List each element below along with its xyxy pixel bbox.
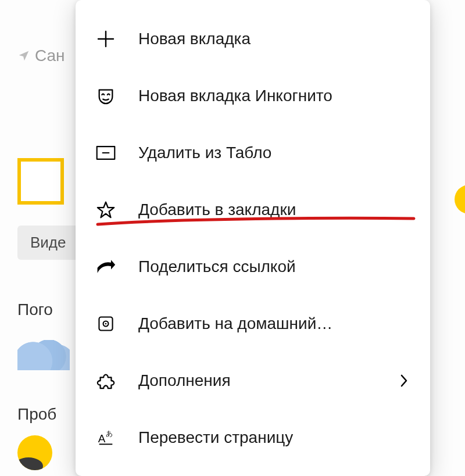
chevron-right-icon: [395, 373, 413, 388]
search-box-fragment: [17, 158, 64, 205]
menu-item-label: Удалить из Табло: [138, 144, 413, 162]
menu-item-label: Перевести страницу: [138, 428, 413, 447]
remove-tile-icon: [94, 145, 117, 161]
menu-item-remove-from-tablo[interactable]: Удалить из Табло: [76, 124, 430, 181]
traffic-icon: [17, 435, 52, 470]
svg-point-3: [105, 323, 107, 325]
plus-icon: [94, 28, 117, 49]
menu-item-new-incognito-tab[interactable]: Новая вкладка Инкогнито: [76, 67, 430, 124]
menu-item-label: Добавить на домашний…: [138, 314, 413, 333]
location-text: Сан: [35, 46, 65, 65]
menu-item-label: Новая вкладка Инкогнито: [138, 87, 413, 105]
menu-item-label: Поделиться ссылкой: [138, 257, 413, 276]
mask-icon: [94, 86, 117, 106]
page-actions-menu: Новая вкладкаНовая вкладка ИнкогнитоУдал…: [76, 0, 430, 476]
menu-item-extensions[interactable]: Дополнения: [76, 352, 430, 409]
translate-icon: Aあ: [94, 428, 117, 448]
bg-tab-video: Виде: [17, 226, 79, 260]
page-background: Сан Виде Пого Проб Новая вкладкаНовая вк…: [0, 0, 465, 476]
svg-text:A: A: [98, 432, 106, 445]
menu-item-share-link[interactable]: Поделиться ссылкой: [76, 238, 430, 295]
menu-item-add-to-homescreen[interactable]: Добавить на домашний…: [76, 295, 430, 352]
menu-item-new-tab[interactable]: Новая вкладка: [76, 10, 430, 67]
menu-item-translate-page[interactable]: AあПеревести страницу: [76, 409, 430, 466]
menu-item-label: Новая вкладка: [138, 30, 413, 48]
menu-item-add-to-bookmarks[interactable]: Добавить в закладки: [76, 181, 430, 238]
menu-item-label: Дополнения: [138, 371, 395, 390]
location-arrow-icon: [17, 49, 30, 62]
homescreen-icon: [94, 314, 117, 333]
puzzle-icon: [94, 371, 117, 391]
share-icon: [94, 258, 117, 275]
star-icon: [94, 200, 117, 220]
menu-item-label: Добавить в закладки: [138, 201, 413, 219]
svg-text:あ: あ: [106, 430, 113, 438]
cloud-icon: [17, 335, 70, 370]
